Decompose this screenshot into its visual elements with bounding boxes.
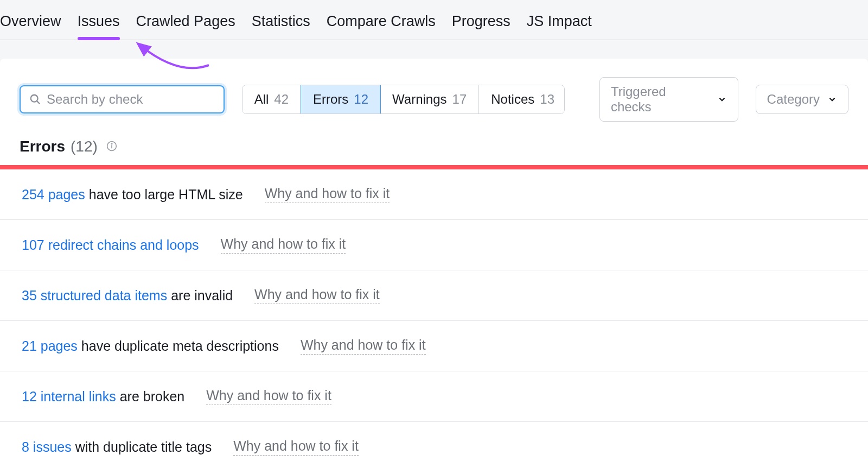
toolbar: All 42 Errors 12 Warnings 17 Notices 13 … <box>0 77 868 138</box>
search-input[interactable] <box>47 92 215 107</box>
dropdown-label: Triggered checks <box>611 84 710 115</box>
issue-description: with duplicate title tags <box>72 439 212 454</box>
errors-severity-bar <box>0 165 868 169</box>
svg-line-1 <box>37 101 40 104</box>
tab-js-impact[interactable]: JS Impact <box>527 5 592 40</box>
filter-warnings[interactable]: Warnings 17 <box>380 85 479 113</box>
section-title: Errors <box>20 138 65 155</box>
issue-link[interactable]: 8 issues <box>22 439 72 454</box>
filter-count: 17 <box>452 92 467 107</box>
info-icon[interactable] <box>106 138 117 155</box>
issue-row: 12 internal links are broken Why and how… <box>0 371 868 422</box>
issue-text: 12 internal links are broken <box>22 389 184 405</box>
issue-text: 107 redirect chains and loops <box>22 237 199 253</box>
why-how-fix-link[interactable]: Why and how to fix it <box>233 438 359 456</box>
issue-description: are invalid <box>167 288 233 303</box>
category-dropdown[interactable]: Category <box>756 85 848 114</box>
issue-link[interactable]: 21 pages <box>22 338 78 353</box>
issue-row: 107 redirect chains and loops Why and ho… <box>0 220 868 270</box>
tab-overview[interactable]: Overview <box>0 5 61 40</box>
issue-link[interactable]: 12 internal links <box>22 389 116 404</box>
issue-description: are broken <box>116 389 184 404</box>
triggered-checks-dropdown[interactable]: Triggered checks <box>599 77 738 122</box>
tab-statistics[interactable]: Statistics <box>252 5 310 40</box>
main-tabs: Overview Issues Crawled Pages Statistics… <box>0 0 868 40</box>
svg-point-0 <box>31 95 38 102</box>
issue-text: 254 pages have too large HTML size <box>22 187 243 203</box>
errors-section-header: Errors (12) <box>0 138 868 165</box>
dropdown-label: Category <box>767 92 820 107</box>
filter-errors[interactable]: Errors 12 <box>301 85 381 114</box>
issues-panel: All 42 Errors 12 Warnings 17 Notices 13 … <box>0 59 868 461</box>
filter-group: All 42 Errors 12 Warnings 17 Notices 13 <box>242 85 565 114</box>
issue-row: 35 structured data items are invalid Why… <box>0 270 868 321</box>
search-input-wrap[interactable] <box>20 85 225 113</box>
tab-progress[interactable]: Progress <box>452 5 510 40</box>
issue-link[interactable]: 35 structured data items <box>22 288 167 303</box>
issue-text: 21 pages have duplicate meta description… <box>22 338 279 354</box>
filter-label: Notices <box>491 92 534 107</box>
filter-notices[interactable]: Notices 13 <box>479 85 565 113</box>
why-how-fix-link[interactable]: Why and how to fix it <box>254 287 380 304</box>
filter-label: Errors <box>313 92 348 107</box>
why-how-fix-link[interactable]: Why and how to fix it <box>301 337 426 355</box>
why-how-fix-link[interactable]: Why and how to fix it <box>265 186 390 203</box>
filter-label: All <box>254 92 269 107</box>
search-icon <box>29 93 41 105</box>
why-how-fix-link[interactable]: Why and how to fix it <box>221 236 346 254</box>
issue-text: 35 structured data items are invalid <box>22 288 233 304</box>
tab-compare-crawls[interactable]: Compare Crawls <box>327 5 436 40</box>
tab-issues[interactable]: Issues <box>78 5 120 40</box>
issues-list: 254 pages have too large HTML size Why a… <box>0 169 868 461</box>
issue-link[interactable]: 254 pages <box>22 187 85 202</box>
filter-count: 13 <box>540 92 554 107</box>
section-count: (12) <box>71 138 98 155</box>
filter-count: 12 <box>354 92 368 107</box>
issue-text: 8 issues with duplicate title tags <box>22 439 212 455</box>
issue-row: 21 pages have duplicate meta description… <box>0 321 868 371</box>
issue-row: 254 pages have too large HTML size Why a… <box>0 169 868 220</box>
issue-description: have duplicate meta descriptions <box>78 338 279 353</box>
filter-count: 42 <box>274 92 289 107</box>
chevron-down-icon <box>827 94 837 104</box>
issue-row: 8 issues with duplicate title tags Why a… <box>0 422 868 461</box>
issue-link[interactable]: 107 redirect chains and loops <box>22 237 199 252</box>
svg-point-4 <box>111 143 112 144</box>
issue-description: have too large HTML size <box>85 187 243 202</box>
chevron-down-icon <box>717 94 727 104</box>
tab-crawled-pages[interactable]: Crawled Pages <box>136 5 235 40</box>
filter-label: Warnings <box>392 92 446 107</box>
filter-all[interactable]: All 42 <box>242 85 301 113</box>
why-how-fix-link[interactable]: Why and how to fix it <box>206 388 331 405</box>
